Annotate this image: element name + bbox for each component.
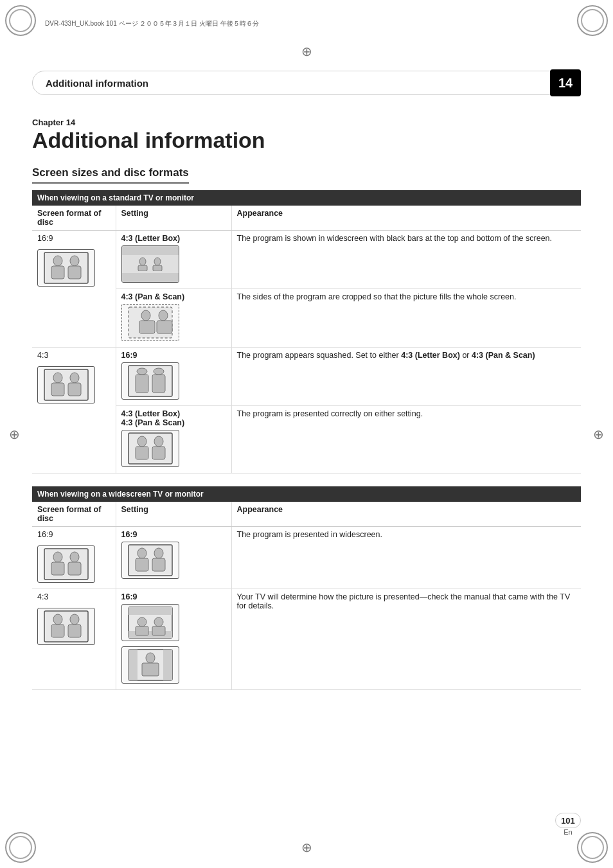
svg-rect-34 <box>129 545 172 576</box>
tv-image-letterbox <box>121 245 179 283</box>
tv-image-widescreen-169disc <box>37 545 95 583</box>
svg-rect-0 <box>44 252 88 283</box>
tv-image-43disc <box>37 366 95 403</box>
svg-rect-38 <box>152 558 165 571</box>
svg-rect-39 <box>44 611 88 642</box>
col-header-appearance: Appearance <box>231 206 581 231</box>
page-locale: En <box>564 828 572 836</box>
tv-image-43normal <box>121 430 179 467</box>
svg-rect-52 <box>129 650 138 680</box>
svg-point-25 <box>138 436 147 447</box>
svg-rect-11 <box>139 321 155 333</box>
svg-point-40 <box>53 614 62 624</box>
widescreen-tv-table: When viewing on a widescreen TV or monit… <box>32 486 581 690</box>
svg-rect-23 <box>152 375 165 393</box>
tv-image-squash <box>121 362 179 400</box>
svg-rect-26 <box>136 447 148 459</box>
svg-rect-41 <box>51 624 64 637</box>
svg-point-37 <box>154 548 163 558</box>
col-header-setting: Setting <box>116 206 231 231</box>
standard-tv-table: When viewing on a standard TV or monitor… <box>32 190 581 474</box>
section-header-bar: Additional information <box>32 71 581 95</box>
appearance-169-letterbox: The program is shown in widescreen with … <box>231 231 581 289</box>
svg-rect-8 <box>153 265 162 271</box>
svg-rect-18 <box>68 383 81 396</box>
svg-point-15 <box>53 373 62 383</box>
svg-point-10 <box>141 310 150 321</box>
tv-image-widescreen-43disc <box>37 608 95 645</box>
svg-rect-55 <box>142 663 159 676</box>
top-crosshair-icon: ⊕ <box>301 44 312 59</box>
widescreen-disc-169: 16:9 <box>32 527 116 589</box>
svg-rect-16 <box>51 383 64 396</box>
svg-point-30 <box>53 552 62 562</box>
setting-169-squash: 16:9 <box>116 348 231 406</box>
disc-format-169: 16:9 <box>32 231 116 348</box>
svg-rect-36 <box>136 558 148 571</box>
svg-rect-19 <box>129 366 172 396</box>
svg-rect-50 <box>152 626 165 635</box>
svg-rect-14 <box>44 369 88 400</box>
page-number: 101 <box>555 813 581 828</box>
disc-format-43: 4:3 <box>32 348 116 474</box>
setting-43-both: 4:3 (Letter Box) 4:3 (Pan & Scan) <box>116 406 231 474</box>
section-title: Screen sizes and disc formats <box>32 166 189 184</box>
right-crosshair-icon: ⊕ <box>593 427 604 442</box>
chapter-label: Chapter 14 <box>32 118 581 127</box>
table-row: 4:3 16:9 <box>32 348 581 406</box>
standard-tv-table-header: When viewing on a standard TV or monitor <box>32 190 581 206</box>
svg-point-1 <box>53 256 62 266</box>
svg-rect-24 <box>129 433 172 464</box>
left-crosshair-icon: ⊕ <box>9 427 20 442</box>
svg-rect-53 <box>163 650 172 680</box>
svg-point-12 <box>159 310 168 321</box>
svg-rect-13 <box>157 321 172 333</box>
svg-point-54 <box>146 653 155 663</box>
tv-image-widescreen-43b <box>121 646 179 684</box>
svg-point-22 <box>154 368 164 375</box>
svg-point-47 <box>138 617 147 626</box>
section-header-title: Additional information <box>46 78 148 89</box>
corner-decoration-tr <box>577 5 608 36</box>
widescreen-col-header-setting: Setting <box>116 502 231 527</box>
chapter-title: Additional information <box>32 128 581 152</box>
svg-rect-6 <box>138 265 147 271</box>
main-content: Chapter 14 Additional information Screen… <box>32 106 581 703</box>
svg-point-17 <box>70 373 79 383</box>
bottom-crosshair-icon: ⊕ <box>301 840 312 855</box>
tv-image-widescreen-setting169 <box>121 542 179 579</box>
corner-decoration-br <box>577 832 608 863</box>
svg-point-32 <box>70 552 79 562</box>
svg-rect-43 <box>68 624 81 637</box>
setting-43-panscan: 4:3 (Pan & Scan) <box>116 289 231 348</box>
svg-rect-2 <box>51 266 64 279</box>
svg-point-7 <box>154 258 161 265</box>
svg-rect-45 <box>129 607 172 615</box>
widescreen-col-header-appearance: Appearance <box>231 502 581 527</box>
svg-rect-46 <box>129 631 172 638</box>
chapter-number-badge: 14 <box>550 69 581 96</box>
tv-image-panscan <box>121 304 179 341</box>
col-header-disc-format: Screen format of disc <box>32 206 116 231</box>
file-info: DVR-433H_UK.book 101 ページ ２００５年３月１日 火曜日 午… <box>45 19 259 28</box>
widescreen-appearance-169: The program is presented in widescreen. <box>231 527 581 589</box>
svg-point-42 <box>70 614 79 624</box>
svg-point-20 <box>137 368 147 375</box>
appearance-43-169: The program appears squashed. Set to eit… <box>231 348 581 406</box>
corner-decoration-tl <box>5 5 36 36</box>
svg-rect-33 <box>68 562 81 575</box>
widescreen-disc-43: 4:3 <box>32 589 116 690</box>
widescreen-setting-169: 16:9 <box>116 527 231 589</box>
tv-image-wide <box>37 249 95 287</box>
table-row: 16:9 16:9 <box>32 527 581 589</box>
svg-point-49 <box>154 617 163 626</box>
page-number-area: 101 En <box>32 813 581 836</box>
table-row: 16:9 <box>32 231 581 289</box>
corner-decoration-bl <box>5 832 36 863</box>
svg-rect-4 <box>68 266 81 279</box>
table-row: 4:3 16:9 <box>32 589 581 690</box>
svg-rect-48 <box>136 626 148 635</box>
svg-point-3 <box>70 256 79 266</box>
svg-rect-29 <box>44 549 88 580</box>
widescreen-appearance-43: Your TV will determine how the picture i… <box>231 589 581 690</box>
